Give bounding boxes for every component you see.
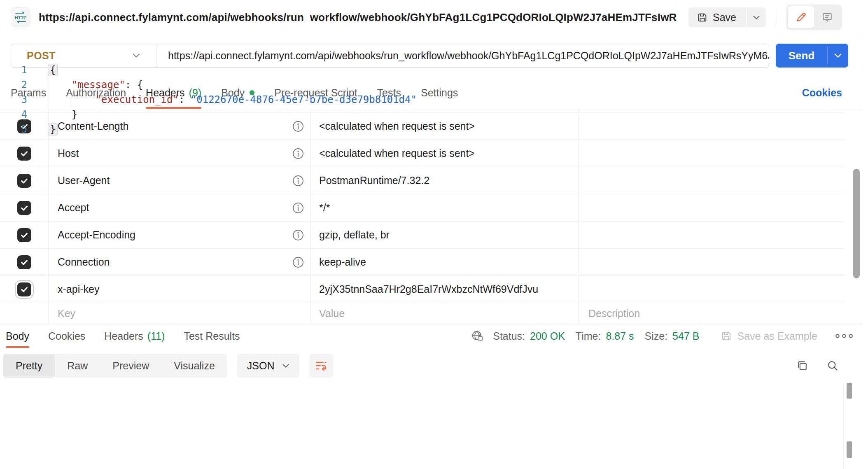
token-punc: : — [179, 94, 191, 105]
line-content: } — [48, 107, 77, 122]
line-number: 5 — [0, 124, 27, 135]
line-number: 3 — [0, 94, 27, 105]
token-str: "0122670e-4876-45e7-b7be-d3e79b8101d4" — [191, 94, 417, 105]
code-line: 4} — [0, 107, 843, 122]
line-number: 4 — [0, 109, 27, 120]
line-number: 1 — [0, 64, 27, 76]
chevron-down-icon — [132, 53, 140, 58]
fold-marker[interactable]: } — [48, 123, 58, 135]
indent-guide — [48, 107, 72, 122]
svg-text:HTTP: HTTP — [14, 15, 27, 20]
request-title: https://api.connect.fylamynt.com/api/web… — [39, 11, 677, 24]
http-method-icon: HTTP — [11, 7, 30, 27]
scrollbar-thumb[interactable] — [853, 169, 860, 278]
response-body[interactable]: 1{2"message": {3"execution_id": "0122670… — [0, 59, 843, 469]
fold-marker[interactable]: { — [48, 64, 58, 76]
code-line: 1{ — [0, 63, 843, 77]
edit-mode-button[interactable] — [788, 6, 814, 28]
comment-icon — [821, 12, 833, 23]
code-line: 5} — [0, 122, 843, 137]
token-punc: } — [72, 109, 77, 120]
indent-guide — [48, 92, 72, 107]
pane-divider — [862, 0, 862, 469]
line-content: "message": { — [48, 77, 143, 92]
line-content: } — [48, 123, 58, 135]
code-scroll-gutter — [843, 383, 844, 469]
save-icon — [697, 12, 708, 23]
save-split-button: Save — [688, 7, 766, 27]
line-content: "execution_id": "0122670e-4876-45e7-b7be… — [48, 92, 417, 107]
save-label: Save — [713, 12, 736, 23]
request-header: HTTP https://api.connect.fylamynt.com/ap… — [0, 0, 862, 35]
code-line: 3"execution_id": "0122670e-4876-45e7-b7b… — [0, 92, 843, 107]
indent-guide — [48, 77, 72, 92]
token-key: "message" — [72, 79, 125, 91]
header-divider — [776, 10, 776, 25]
line-number: 2 — [0, 79, 27, 91]
token-key: "execution_id" — [96, 94, 179, 105]
response-scrollbar-thumb[interactable] — [847, 441, 852, 458]
response-scrollbar-thumb[interactable] — [847, 383, 852, 399]
api-client-window: HTTP https://api.connect.fylamynt.com/ap… — [0, 0, 868, 469]
mode-switcher — [786, 5, 842, 30]
comments-button[interactable] — [814, 6, 840, 28]
token-punc: : { — [125, 79, 143, 91]
save-button[interactable]: Save — [688, 7, 746, 27]
save-options-button[interactable] — [747, 7, 766, 27]
pencil-icon — [795, 12, 807, 23]
indent-guide — [72, 92, 96, 107]
code-line: 2"message": { — [0, 77, 843, 92]
line-content: { — [48, 64, 58, 76]
